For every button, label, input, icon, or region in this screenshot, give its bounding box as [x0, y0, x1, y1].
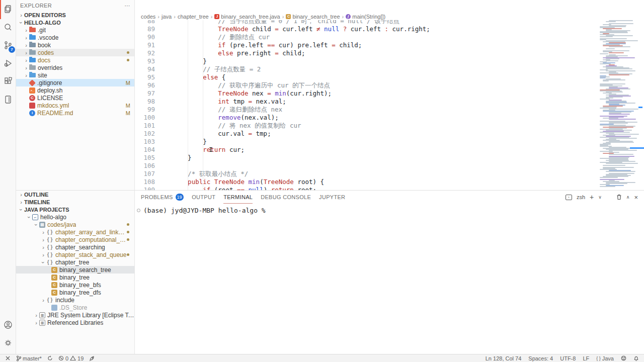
breadcrumb-item[interactable]: ƒmain(String[])	[346, 14, 385, 20]
explorer-file-.vscode[interactable]: ›.vscode	[16, 34, 134, 41]
branch-icon	[16, 355, 21, 361]
class-icon: C	[51, 290, 57, 296]
cursor-position[interactable]: Ln 128, Col 74	[486, 354, 522, 362]
language-mode[interactable]: { } Java	[596, 354, 614, 362]
explorer-title: EXPLORER	[20, 3, 52, 9]
java-tree-item[interactable]: ›≣Referenced Libraries	[16, 319, 134, 326]
chevron-right-icon: ›	[18, 199, 24, 205]
class-icon: C	[51, 267, 57, 273]
explorer-file-codes[interactable]: ›codes	[16, 49, 134, 56]
code-line: 105 }	[135, 154, 599, 162]
extensions-icon[interactable]	[0, 72, 16, 90]
explorer-more-icon[interactable]: ⋯	[125, 3, 130, 9]
java-tree-item[interactable]: ›{ }chapter_searching	[16, 243, 134, 251]
breadcrumb-item[interactable]: Jbinary_search_tree.java	[214, 14, 280, 20]
java-tree-item[interactable]: ›▤codes/java	[16, 221, 134, 228]
java-tree-item[interactable]: Cbinary_tree_dfs	[16, 289, 134, 296]
outline-section[interactable]: › OUTLINE	[16, 191, 134, 198]
java-tree-item[interactable]: Cbinary_search_tree	[16, 266, 134, 274]
encoding-setting[interactable]: UTF-8	[560, 354, 576, 362]
terminal[interactable]: (base) jyd@JYD-MBP hello-algo %	[135, 204, 644, 214]
feedback-status[interactable]	[621, 354, 626, 362]
breadcrumb-item[interactable]: java	[162, 14, 172, 20]
breadcrumb-separator: ›	[282, 14, 284, 20]
explorer-file-deploy.sh[interactable]: >_deploy.sh	[16, 86, 134, 94]
java-projects-section[interactable]: › JAVA PROJECTS	[16, 206, 134, 213]
explorer-file-site[interactable]: ›site	[16, 71, 134, 79]
explorer-file-.git[interactable]: ›.git	[16, 26, 134, 34]
breadcrumb-item[interactable]: Cbinary_search_tree	[286, 14, 340, 20]
chevron-right-icon: ›	[23, 42, 29, 48]
overview-ruler-mark	[630, 147, 644, 149]
rocket-status[interactable]	[89, 354, 95, 362]
timeline-section[interactable]: › TIMELINE	[16, 198, 134, 206]
panel-tab-output[interactable]: OUTPUT	[192, 191, 215, 204]
explorer-file-README.md[interactable]: iREADME.mdM	[16, 109, 134, 117]
java-tree-item[interactable]: ›⌐hello-algo	[16, 213, 134, 221]
java-tree-item[interactable]: ›{ }chapter_computational_complexity	[16, 236, 134, 243]
split-terminal-icon[interactable]	[606, 195, 612, 200]
explorer-file-overrides[interactable]: ›overrides	[16, 64, 134, 71]
indentation-setting[interactable]: Spaces: 4	[528, 354, 553, 362]
panel-tab-terminal[interactable]: TERMINAL	[223, 191, 253, 204]
settings-gear-icon[interactable]	[0, 334, 16, 352]
explorer-file-book[interactable]: ›book	[16, 41, 134, 49]
remote-icon	[5, 355, 11, 361]
open-editors-section[interactable]: › OPEN EDITORS	[16, 11, 134, 19]
braces-icon: { }	[596, 356, 601, 361]
eol-setting[interactable]: LF	[583, 354, 589, 362]
java-tree-item[interactable]: ›{ }include	[16, 296, 134, 304]
java-tree-item[interactable]: ›{ }chapter_array_and_linkedlist	[16, 228, 134, 236]
sync-status[interactable]	[47, 354, 53, 362]
close-panel-icon[interactable]: ×	[634, 194, 638, 201]
minimap[interactable]	[600, 20, 639, 188]
panel-tab-problems[interactable]: PROBLEMS19	[141, 191, 184, 204]
notifications-status[interactable]	[633, 354, 639, 362]
text-cursor-icon: I	[209, 146, 213, 153]
code-editor[interactable]: 88 // 当子结点数量 = 0 / 1 时， child = null / 该…	[135, 17, 599, 194]
package-braces-icon: { }	[46, 297, 53, 303]
problems-status[interactable]: 0 19	[58, 354, 84, 362]
code-line: 101 // 将 nex 的值复制给 cur	[135, 122, 599, 130]
java-tree-item[interactable]: ›{ }chapter_tree	[16, 258, 134, 266]
explorer-file-docs[interactable]: ›docs	[16, 56, 134, 64]
java-tree-item[interactable]: ›{ }chapter_stack_and_queue	[16, 251, 134, 258]
java-tree-item[interactable]: ›≣JRE System Library [Eclipse Temurin 17…	[16, 311, 134, 319]
java-tree-item[interactable]: Cbinary_tree	[16, 274, 134, 281]
explorer-file-mkdocs.yml[interactable]: mkdocs.ymlM	[16, 102, 134, 109]
explorer-file-.gitignore[interactable]: .gitignoreM	[16, 79, 134, 86]
terminal-prompt: (base) jyd@JYD-MBP hello-algo %	[143, 207, 266, 214]
root-folder-section[interactable]: › HELLO-ALGO	[16, 19, 134, 26]
code-line: 94 // 子结点数量 = 2	[135, 65, 599, 73]
java-tree-item[interactable]: Cbinary_tree_bfs	[16, 281, 134, 289]
maximize-panel-icon[interactable]: ∧	[626, 195, 630, 200]
explorer-file-LICENSE[interactable]: CLICENSE	[16, 94, 134, 102]
status-bar: master* 0 19 Ln 128, Col 74 Spaces: 4 UT…	[0, 354, 644, 362]
shell-label[interactable]: zsh	[577, 194, 585, 200]
breadcrumb-item[interactable]: codes	[141, 14, 155, 20]
accounts-icon[interactable]	[0, 316, 16, 334]
panel-tab-debug-console[interactable]: DEBUG CONSOLE	[261, 191, 311, 204]
notebook-icon[interactable]	[0, 90, 16, 109]
panel-tab-jupyter[interactable]: JUPYTER	[319, 191, 345, 204]
remote-indicator[interactable]	[5, 354, 11, 362]
run-debug-icon[interactable]	[0, 54, 16, 72]
breadcrumb-separator: ›	[211, 14, 213, 20]
explorer-icon[interactable]	[0, 0, 16, 18]
terminal-dropdown-chevron-icon[interactable]: ∨	[598, 195, 602, 200]
panel-controls: › zsh + ∨ ∧ ×	[566, 193, 638, 201]
code-line: 92 else pre.right = child;	[135, 49, 599, 57]
git-modified-badge: M	[126, 80, 130, 86]
breadcrumb-item[interactable]: chapter_tree	[178, 14, 209, 20]
git-modified-badge: M	[126, 103, 130, 109]
chevron-right-icon: ›	[33, 320, 39, 326]
kill-terminal-trash-icon[interactable]	[616, 194, 622, 200]
java-tree-item[interactable]: .DS_Store	[16, 304, 134, 311]
branch-status[interactable]: master*	[16, 354, 42, 362]
source-control-icon[interactable]: 7	[0, 36, 16, 54]
yaml-file-icon	[29, 103, 35, 109]
breadcrumb-separator: ›	[157, 14, 159, 20]
line-number: 104	[135, 146, 155, 154]
new-terminal-icon[interactable]: +	[590, 193, 594, 201]
search-icon[interactable]	[0, 18, 16, 36]
